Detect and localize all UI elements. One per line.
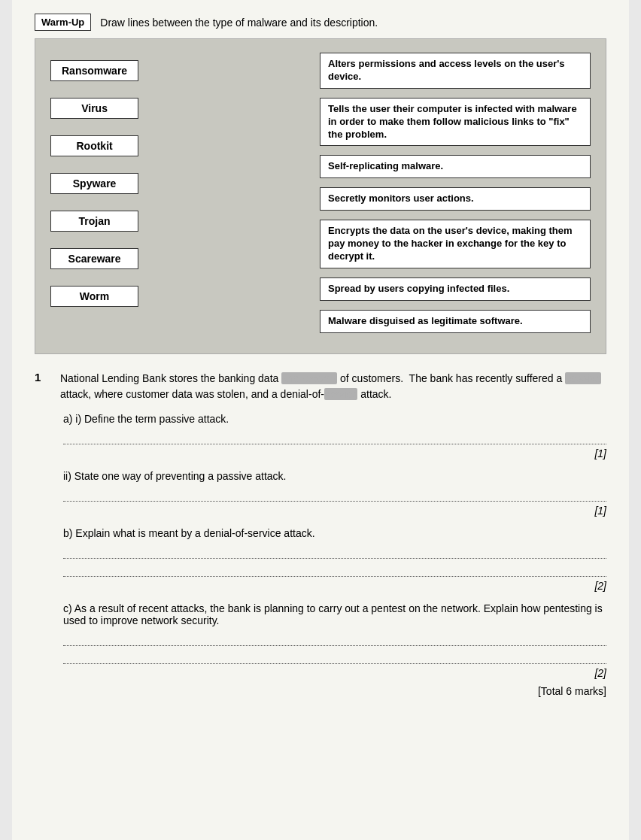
malware-item-virus: Virus xyxy=(50,98,138,119)
malware-item-worm: Worm xyxy=(50,286,138,307)
match-section: Ransomware Virus Rootkit Spyware Trojan … xyxy=(35,38,606,354)
answer-line-b-2[interactable] xyxy=(63,562,606,577)
desc-item-7: Malware disguised as legitimate software… xyxy=(320,310,591,333)
total-marks: [Total 6 marks] xyxy=(63,685,606,697)
malware-item-spyware: Spyware xyxy=(50,173,138,194)
answer-line-c-2[interactable] xyxy=(63,649,606,664)
malware-item-rootkit: Rootkit xyxy=(50,135,138,156)
sub-question-a-ii: ii) State one way of preventing a passiv… xyxy=(35,470,606,517)
question-number: 1 xyxy=(35,371,47,384)
marks-c: [2] xyxy=(63,667,606,679)
desc-item-2: Tells the user their computer is infecte… xyxy=(320,98,591,147)
marks-a-ii: [1] xyxy=(63,505,606,517)
warmup-label: Warm-Up xyxy=(35,14,91,31)
marks-a-i: [1] xyxy=(63,447,606,459)
sub-c-label: c) As a result of recent attacks, the ba… xyxy=(63,602,606,626)
desc-item-3: Self-replicating malware. xyxy=(320,155,591,178)
sub-question-c: c) As a result of recent attacks, the ba… xyxy=(35,602,606,697)
sub-a-ii-label: ii) State one way of preventing a passiv… xyxy=(63,470,606,482)
answer-line-c-1[interactable] xyxy=(63,631,606,646)
desc-item-1: Alters permissions and access levels on … xyxy=(320,53,591,89)
question-section: 1 National Lending Bank stores the banki… xyxy=(35,371,606,697)
question-intro: 1 National Lending Bank stores the banki… xyxy=(35,371,606,402)
malware-types-column: Ransomware Virus Rootkit Spyware Trojan … xyxy=(50,53,138,333)
malware-item-trojan: Trojan xyxy=(50,211,138,232)
sub-a-i-label: a) i) Define the term passive attack. xyxy=(63,413,606,425)
descriptions-column: Alters permissions and access levels on … xyxy=(320,53,591,333)
desc-item-4: Secretly monitors user actions. xyxy=(320,187,591,211)
answer-line-a-i-1[interactable] xyxy=(63,429,606,444)
page: Warm-Up Draw lines between the type of m… xyxy=(12,0,629,840)
malware-item-ransomware: Ransomware xyxy=(50,60,138,81)
warmup-header: Warm-Up Draw lines between the type of m… xyxy=(35,14,606,31)
marks-b: [2] xyxy=(63,580,606,592)
warmup-instruction: Draw lines between the type of malware a… xyxy=(100,14,378,29)
desc-item-5: Encrypts the data on the user's device, … xyxy=(320,220,591,268)
match-columns: Ransomware Virus Rootkit Spyware Trojan … xyxy=(50,53,591,333)
answer-line-b-1[interactable] xyxy=(63,544,606,559)
sub-question-b: b) Explain what is meant by a denial-of-… xyxy=(35,527,606,592)
question-intro-text: National Lending Bank stores the banking… xyxy=(60,371,606,402)
answer-line-a-ii-1[interactable] xyxy=(63,487,606,502)
desc-item-6: Spread by users copying infected files. xyxy=(320,277,591,301)
malware-item-scareware: Scareware xyxy=(50,248,138,269)
sub-b-label: b) Explain what is meant by a denial-of-… xyxy=(63,527,606,539)
sub-question-a-i: a) i) Define the term passive attack. [1… xyxy=(35,413,606,459)
